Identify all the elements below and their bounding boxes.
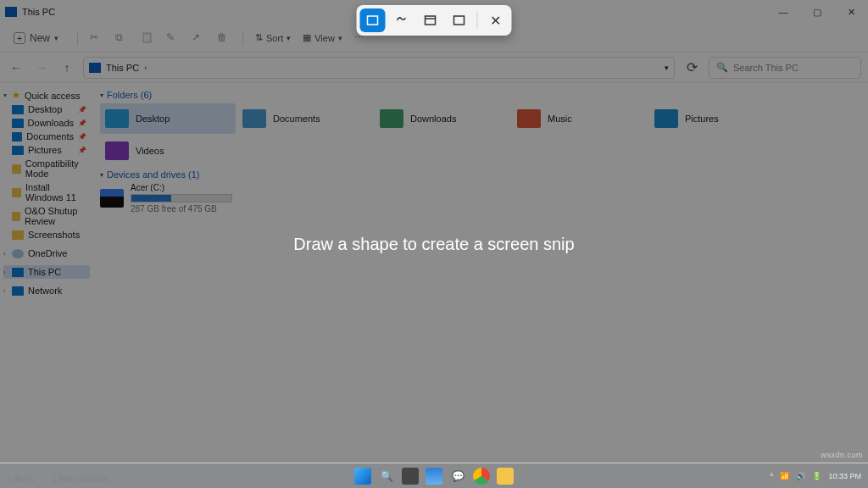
volume-icon[interactable]: 🔊 <box>796 472 805 480</box>
snip-freeform-button[interactable] <box>389 8 415 32</box>
search-icon[interactable]: 🔍 <box>378 468 395 485</box>
tray-chevron-icon[interactable]: ^ <box>770 472 773 480</box>
widgets-icon[interactable] <box>426 468 442 485</box>
snip-window-button[interactable] <box>418 8 443 32</box>
rectangle-icon <box>366 14 380 27</box>
snip-hint: Draw a shape to create a screen snip <box>293 235 574 254</box>
snip-rect-button[interactable] <box>360 8 386 32</box>
snip-close-button[interactable]: ✕ <box>483 8 509 32</box>
svg-rect-3 <box>454 16 465 25</box>
start-icon[interactable] <box>354 468 371 485</box>
fullscreen-icon <box>453 14 466 27</box>
wifi-icon[interactable]: 📶 <box>780 472 789 480</box>
clock[interactable]: 10:33 PM <box>828 472 861 480</box>
battery-icon[interactable]: 🔋 <box>812 472 821 480</box>
snip-toolbar: ✕ <box>357 5 512 36</box>
freeform-icon <box>395 14 409 27</box>
explorer-icon[interactable] <box>497 468 514 485</box>
window-icon <box>424 14 437 27</box>
taskbar: 🔍 💬 ^ 📶 🔊 🔋 10:33 PM <box>0 463 868 488</box>
watermark: wsxdn.com <box>821 451 863 459</box>
chrome-icon[interactable] <box>473 468 490 485</box>
svg-rect-1 <box>426 16 436 25</box>
taskview-icon[interactable] <box>402 468 419 485</box>
snip-fullscreen-button[interactable] <box>447 8 472 32</box>
svg-rect-0 <box>368 16 378 25</box>
chat-icon[interactable]: 💬 <box>449 468 466 485</box>
